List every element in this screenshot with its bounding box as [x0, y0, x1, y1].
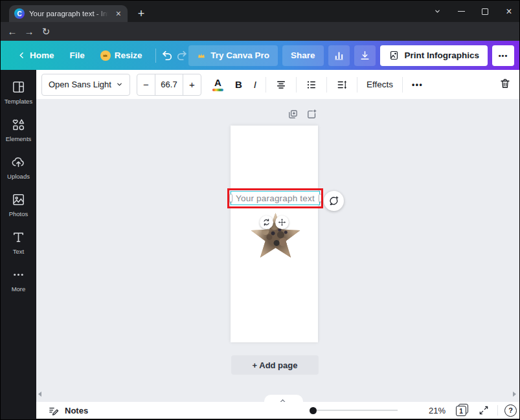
zoom-percent[interactable]: 21% — [418, 402, 446, 419]
page-number: 1 — [456, 406, 466, 416]
scroll-right-icon[interactable] — [513, 392, 516, 397]
browser-tab[interactable]: C Your paragraph text - Infographi × — [9, 5, 128, 22]
help-button[interactable]: ? — [504, 404, 517, 417]
status-bar: Notes 21% 1 ? — [36, 402, 519, 419]
crown-badge-icon — [100, 50, 111, 61]
undo-icon — [161, 49, 174, 61]
download-icon — [359, 50, 370, 61]
move-icon — [278, 218, 286, 227]
font-size-increase-button[interactable]: + — [183, 74, 201, 95]
templates-icon — [11, 80, 26, 94]
new-tab-button[interactable]: + — [133, 6, 149, 21]
delete-button[interactable] — [499, 78, 511, 92]
duplicate-page-icon — [288, 109, 299, 120]
font-size-value[interactable]: 66.7 — [155, 74, 183, 95]
crown-icon — [197, 51, 206, 60]
line-spacing-button[interactable] — [330, 74, 354, 96]
window-controls: × — [432, 1, 514, 22]
header-more-button[interactable]: ••• — [492, 45, 514, 66]
scroll-left-icon[interactable] — [38, 392, 41, 397]
zoom-slider-track[interactable] — [313, 410, 398, 411]
sidebar-item-photos[interactable]: Photos — [1, 192, 36, 217]
try-canva-pro-button[interactable]: Try Canva Pro — [188, 45, 278, 66]
font-family-select[interactable]: Open Sans Light — [41, 74, 130, 96]
photos-icon — [11, 192, 26, 207]
toolbar-divider — [357, 77, 357, 93]
forward-icon[interactable]: → — [21, 22, 37, 41]
page-actions — [288, 109, 317, 122]
home-button[interactable]: Home — [10, 45, 62, 66]
uploads-icon — [11, 155, 26, 170]
download-button[interactable] — [354, 45, 376, 66]
maximize-icon[interactable] — [480, 6, 490, 17]
spacing-icon — [336, 79, 348, 91]
notes-button[interactable]: Notes — [48, 402, 88, 419]
design-canvas[interactable]: Your paragraph text + Add page — [36, 99, 519, 402]
comment-plus-icon — [328, 195, 339, 206]
annotation-highlight-box — [227, 188, 323, 208]
editor-toolbar: Open Sans Light − 66.7 + A B I Effects •… — [36, 70, 519, 99]
notes-icon — [48, 405, 59, 416]
bar-chart-icon — [333, 50, 345, 61]
browser-window: C Your paragraph text - Infographi × + ×… — [0, 0, 520, 420]
add-comment-button[interactable] — [324, 191, 344, 211]
fullscreen-button[interactable] — [479, 405, 489, 418]
back-icon[interactable]: ← — [5, 22, 20, 41]
text-color-button[interactable]: A — [207, 74, 229, 96]
redo-button[interactable] — [175, 45, 188, 66]
print-infographics-button[interactable]: Print Infographics — [380, 45, 488, 66]
toolbar-divider — [326, 77, 327, 93]
rotate-icon — [262, 218, 271, 227]
tab-close-icon[interactable]: × — [115, 9, 122, 18]
bold-button[interactable]: B — [229, 74, 248, 96]
share-button[interactable]: Share — [282, 45, 324, 66]
font-size-decrease-button[interactable]: − — [137, 74, 155, 95]
italic-button[interactable]: I — [248, 74, 262, 96]
font-size-stepper: − 66.7 + — [137, 74, 201, 96]
list-icon — [306, 79, 317, 91]
bottom-panel-notch[interactable] — [264, 395, 303, 402]
expand-icon — [479, 405, 489, 415]
editor-sidebar: Templates Elements Uploads Photos Text M… — [1, 70, 36, 419]
window-menu-chevron-icon[interactable] — [432, 6, 442, 17]
canva-favicon-icon: C — [14, 8, 25, 19]
resize-button[interactable]: Resize — [93, 45, 150, 66]
tab-strip: C Your paragraph text - Infographi × + × — [1, 1, 519, 22]
duplicate-page-icon[interactable] — [288, 109, 299, 122]
trash-icon — [499, 78, 511, 89]
chevron-down-icon — [116, 81, 123, 88]
toolbar-divider — [296, 77, 297, 93]
sidebar-item-templates[interactable]: Templates — [1, 80, 36, 105]
stats-button[interactable] — [328, 45, 350, 66]
effects-button[interactable]: Effects — [361, 74, 399, 96]
reload-icon[interactable]: ↻ — [38, 22, 54, 41]
footer-divider — [497, 405, 498, 415]
add-page-button[interactable]: + Add page — [231, 355, 319, 375]
header-divider — [155, 49, 156, 63]
toolbar-more-button[interactable]: ••• — [406, 74, 429, 96]
color-rainbow-bar-icon — [212, 89, 223, 91]
browser-toolbar: ← → ↻ canva.com/design/DAE32CRaX2A/N7QCB… — [1, 22, 519, 41]
sidebar-item-elements[interactable]: Elements — [1, 117, 36, 142]
elements-icon — [11, 117, 26, 132]
rotate-handle[interactable] — [260, 216, 273, 229]
tab-title: Your paragraph text - Infographi — [29, 10, 110, 17]
more-dots-icon — [11, 267, 26, 282]
file-button[interactable]: File — [62, 45, 93, 66]
text-align-button[interactable] — [269, 74, 293, 96]
text-icon — [11, 230, 26, 245]
sidebar-item-more[interactable]: More — [1, 267, 36, 293]
chevron-left-icon — [17, 51, 26, 60]
page-counter-button[interactable]: 1 — [456, 404, 469, 417]
close-window-icon[interactable]: × — [504, 6, 514, 17]
bullet-list-button[interactable] — [300, 74, 323, 96]
add-page-icon — [306, 109, 317, 120]
zoom-slider-knob[interactable] — [310, 407, 317, 414]
undo-button[interactable] — [161, 45, 174, 66]
print-photo-icon — [389, 50, 400, 61]
move-handle[interactable] — [275, 216, 289, 229]
minimize-icon[interactable] — [456, 6, 466, 17]
sidebar-item-uploads[interactable]: Uploads — [1, 155, 36, 180]
add-page-icon[interactable] — [306, 109, 317, 122]
sidebar-item-text[interactable]: Text — [1, 230, 36, 255]
